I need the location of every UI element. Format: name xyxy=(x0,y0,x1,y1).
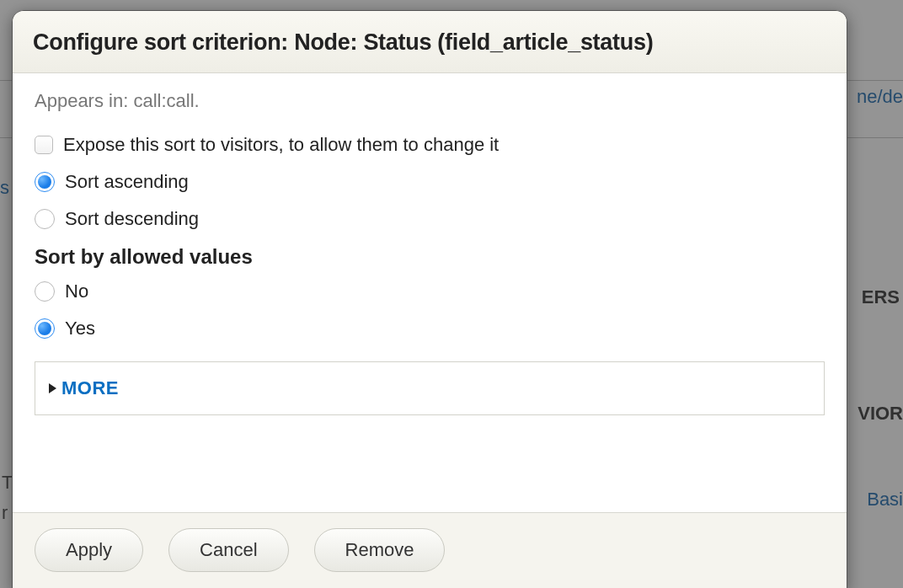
modal-title: Configure sort criterion: Node: Status (… xyxy=(33,29,823,56)
more-fieldset-toggle[interactable]: MORE xyxy=(35,361,825,415)
sort-descending-radio[interactable] xyxy=(35,209,55,229)
expose-sort-row: Expose this sort to visitors, to allow t… xyxy=(35,134,825,156)
allowed-yes-label: Yes xyxy=(65,318,95,339)
modal-body: Appears in: call:call. Expose this sort … xyxy=(13,73,847,513)
sort-ascending-row: Sort ascending xyxy=(35,171,825,193)
modal-header: Configure sort criterion: Node: Status (… xyxy=(13,11,847,73)
expose-sort-checkbox[interactable] xyxy=(35,136,53,154)
expose-sort-label: Expose this sort to visitors, to allow t… xyxy=(63,134,499,156)
allowed-no-radio[interactable] xyxy=(35,281,55,302)
allowed-no-row: No xyxy=(35,281,825,302)
sort-descending-row: Sort descending xyxy=(35,208,825,230)
remove-button[interactable]: Remove xyxy=(314,528,446,572)
allowed-yes-row: Yes xyxy=(35,318,825,339)
configure-sort-modal: Configure sort criterion: Node: Status (… xyxy=(12,10,847,588)
modal-footer: Apply Cancel Remove xyxy=(13,513,847,588)
sort-ascending-label: Sort ascending xyxy=(65,171,189,193)
triangle-right-icon xyxy=(49,383,56,393)
allowed-values-heading: Sort by allowed values xyxy=(35,245,825,269)
allowed-no-label: No xyxy=(65,281,88,302)
allowed-yes-radio[interactable] xyxy=(35,318,55,339)
apply-button[interactable]: Apply xyxy=(35,528,143,572)
sort-descending-label: Sort descending xyxy=(65,208,199,230)
cancel-button[interactable]: Cancel xyxy=(168,528,288,572)
more-label: MORE xyxy=(61,377,119,399)
sort-ascending-radio[interactable] xyxy=(35,172,55,192)
appears-in-text: Appears in: call:call. xyxy=(35,90,825,112)
